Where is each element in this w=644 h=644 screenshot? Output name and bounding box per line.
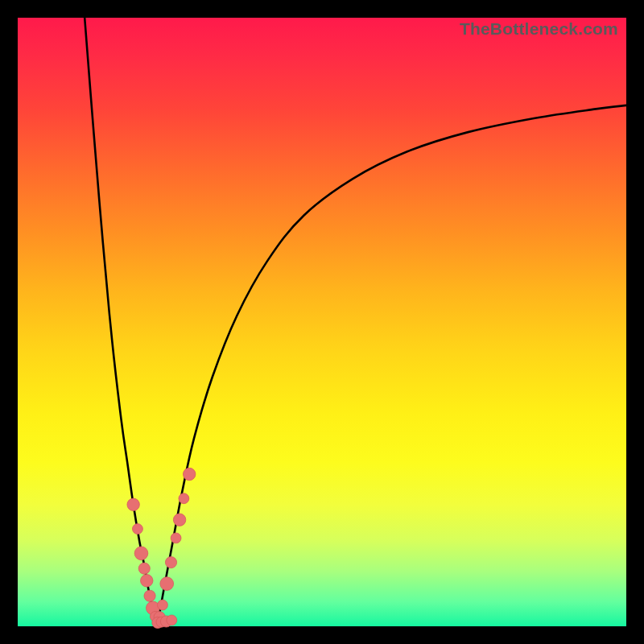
bead-marker [144, 590, 155, 601]
bead-marker [127, 498, 139, 510]
right-curve [158, 105, 626, 623]
bead-marker [173, 514, 185, 526]
bead-marker [171, 533, 181, 543]
curve-layer [18, 18, 626, 626]
bead-marker [183, 468, 195, 480]
bead-marker [179, 493, 189, 504]
bead-marker [141, 575, 153, 587]
bead-marker [167, 615, 177, 625]
bead-marker [134, 547, 148, 560]
bead-marker [158, 600, 168, 610]
chart-frame: TheBottleneck.com [0, 0, 644, 644]
plot-area: TheBottleneck.com [18, 18, 626, 626]
bead-marker [160, 577, 174, 591]
bead-markers [127, 468, 196, 628]
left-curve [85, 18, 158, 623]
bead-marker [138, 563, 150, 574]
bead-marker [133, 524, 143, 535]
bead-marker [165, 557, 176, 568]
